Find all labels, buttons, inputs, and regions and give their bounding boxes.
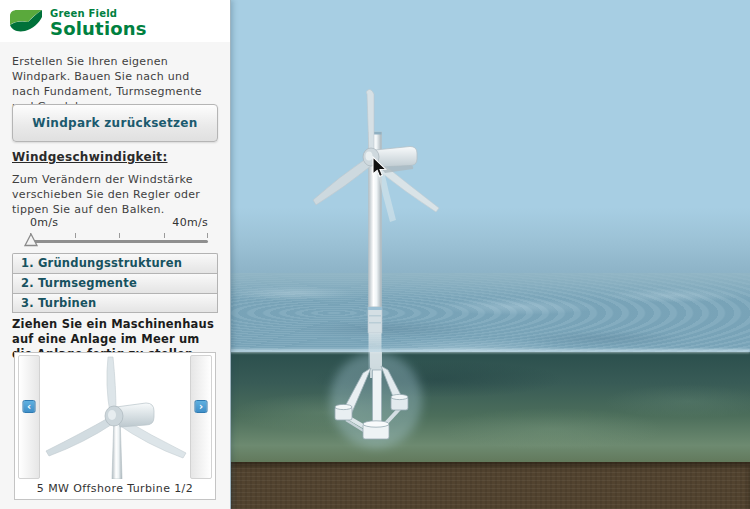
green-field-solutions-logo-icon: [8, 7, 44, 39]
slider-tick: [207, 233, 208, 238]
wind-slider-track[interactable]: [30, 240, 208, 243]
logo-line-1: Green Field: [50, 9, 147, 19]
carousel-left-strip[interactable]: ‹: [18, 355, 40, 479]
wind-slider-handle[interactable]: [23, 232, 39, 251]
wind-slider-ticks: [30, 233, 208, 238]
sidebar: Green Field Solutions Erstellen Sie Ihre…: [0, 0, 231, 509]
logo-line-2: Solutions: [50, 20, 147, 38]
wind-slider-min-label: 0m/s: [30, 216, 58, 229]
slider-tick: [75, 233, 76, 238]
turbine-carousel: ‹: [14, 352, 216, 500]
reset-windpark-button[interactable]: Windpark zurücksetzen: [12, 104, 218, 142]
carousel-next-button[interactable]: ›: [195, 400, 208, 413]
windpark-app: Green Field Solutions Erstellen Sie Ihre…: [0, 0, 750, 509]
build-steps-accordion: 1. Gründungsstrukturen 2. Turmsegmente 3…: [12, 253, 218, 313]
turbine-thumbnail[interactable]: [42, 355, 190, 479]
wind-slider-max-label: 40m/s: [172, 216, 208, 229]
carousel-caption: 5 MW Offshore Turbine 1/2: [15, 482, 215, 495]
logo: Green Field Solutions: [8, 7, 147, 39]
wind-speed-description: Zum Verändern der Windstärke verschieben…: [12, 172, 220, 217]
slider-tick: [119, 233, 120, 238]
accordion-item-gruendungsstrukturen[interactable]: 1. Gründungsstrukturen: [12, 253, 218, 273]
wind-speed-heading: Windgeschwindigkeit:: [12, 150, 168, 164]
wind-slider-labels: 0m/s 40m/s: [30, 216, 208, 229]
wind-turbine-installation[interactable]: [230, 0, 750, 509]
sea-scene-drop-area[interactable]: [230, 0, 750, 509]
carousel-prev-button[interactable]: ‹: [23, 400, 36, 413]
turbine-thumbnail-image: [42, 355, 190, 479]
carousel-right-strip[interactable]: ›: [190, 355, 212, 479]
logo-text: Green Field Solutions: [50, 9, 147, 38]
accordion-item-turbinen[interactable]: 3. Turbinen: [12, 293, 218, 313]
accordion-item-turmsegmente[interactable]: 2. Turmsegmente: [12, 273, 218, 293]
tripod-foundation[interactable]: [330, 352, 422, 448]
slider-tick: [164, 233, 165, 238]
